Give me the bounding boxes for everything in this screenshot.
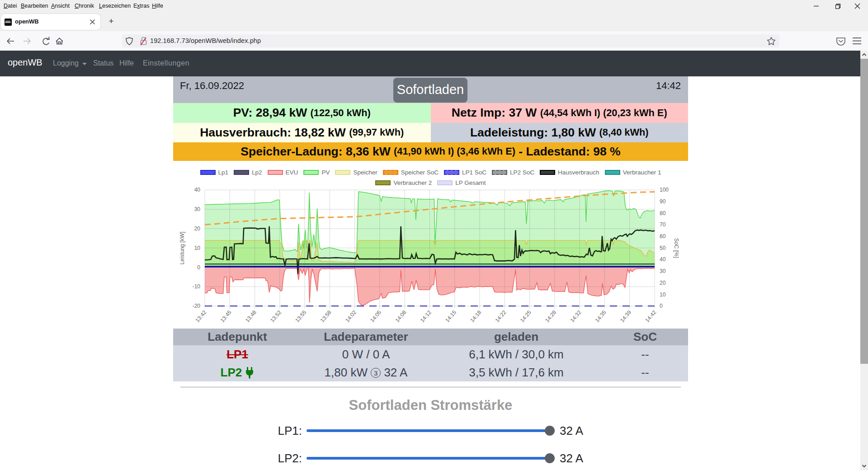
- svg-text:14:42: 14:42: [644, 309, 657, 324]
- svg-text:13:45: 13:45: [219, 309, 233, 324]
- svg-text:40: 40: [194, 187, 201, 193]
- svg-text:40: 40: [660, 256, 666, 263]
- svg-text:14:08: 14:08: [394, 309, 407, 324]
- svg-text:30: 30: [194, 206, 201, 212]
- svg-text:60: 60: [660, 233, 666, 240]
- svg-text:14:28: 14:28: [544, 309, 557, 324]
- svg-text:-20: -20: [193, 303, 201, 309]
- svg-text:14:22: 14:22: [494, 309, 508, 324]
- svg-text:14:15: 14:15: [444, 309, 458, 324]
- svg-text:14:18: 14:18: [469, 309, 482, 324]
- svg-text:20: 20: [660, 280, 666, 286]
- svg-text:50: 50: [660, 245, 666, 251]
- svg-text:13:42: 13:42: [194, 309, 208, 324]
- svg-text:14:25: 14:25: [519, 309, 533, 324]
- svg-text:100: 100: [660, 187, 669, 193]
- svg-text:14:05: 14:05: [369, 309, 382, 324]
- svg-text:SoC [%]: SoC [%]: [673, 238, 679, 258]
- svg-text:90: 90: [660, 198, 666, 205]
- svg-text:0: 0: [660, 303, 663, 309]
- svg-text:13:58: 13:58: [319, 309, 333, 324]
- svg-text:20: 20: [194, 226, 201, 232]
- svg-text:Leistung [kW]: Leistung [kW]: [179, 232, 185, 265]
- svg-text:14:35: 14:35: [594, 309, 608, 324]
- svg-text:10: 10: [194, 245, 201, 251]
- svg-text:14:02: 14:02: [344, 309, 358, 324]
- svg-text:30: 30: [660, 268, 666, 274]
- svg-text:14:12: 14:12: [419, 309, 433, 324]
- svg-text:13:48: 13:48: [244, 309, 258, 324]
- svg-text:14:32: 14:32: [569, 309, 582, 324]
- svg-text:0: 0: [197, 264, 200, 271]
- svg-text:13:52: 13:52: [269, 309, 283, 324]
- svg-text:-10: -10: [193, 283, 201, 290]
- svg-text:10: 10: [660, 291, 666, 298]
- svg-text:14:39: 14:39: [619, 309, 632, 324]
- svg-text:70: 70: [660, 221, 666, 228]
- svg-text:13:55: 13:55: [294, 309, 307, 324]
- svg-text:80: 80: [660, 210, 666, 216]
